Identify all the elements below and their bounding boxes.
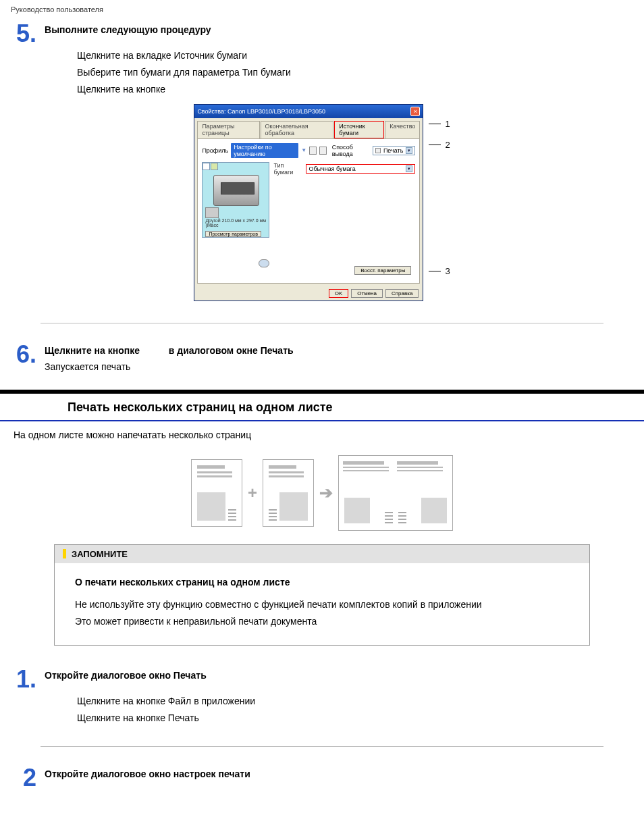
tool-icon[interactable] [259,259,269,267]
callout-3: 3 [445,266,450,276]
section-heading: Печать нескольких страниц на одном листе [0,394,644,421]
tab-paper-source[interactable]: Источник бумаги [334,121,384,138]
step-number-1: 1. [16,667,36,727]
step-6: 6. Щелкните на кнопке в диалоговом окне … [0,337,644,377]
step-number-6: 6. [16,342,36,372]
icon-b[interactable] [319,147,327,155]
step-5-line-3: Щелкните на кнопке [77,81,628,98]
step-6-desc: Запускается печать [45,356,628,372]
profile-label: Профиль [202,147,228,154]
step-1-title: Откройте диалоговое окно Печать [45,670,628,681]
help-button[interactable]: Справка [385,289,419,298]
note-subtitle: О печати нескольких страниц на одном лис… [75,574,569,596]
properties-dialog: Свойства: Canon LBP3010/LBP3018/LBP3050 … [194,104,423,301]
chevron-down-icon: ▾ [406,147,412,154]
preview-dimensions: Другой 210.0 мм x 297.0 мм (Масс [205,218,269,228]
plus-icon: + [248,484,257,502]
dropdown-arrow-icon[interactable]: ▼ [301,147,306,153]
note-accent-icon [63,549,66,558]
output-dropdown[interactable]: Печать ▾ [373,146,415,155]
cancel-button[interactable]: Отмена [351,289,383,298]
callout-1: 1 [445,119,450,129]
page-thumb-2 [263,459,314,527]
page-thumb-1 [191,459,242,527]
step-6-title-a: Щелкните на кнопке [45,345,140,356]
note-header-text: ЗАПОМНИТЕ [72,549,128,559]
callout-2: 2 [445,140,450,150]
output-label: Способ вывода [332,144,370,157]
step-6-title-b: в диалоговом окне Печать [169,345,294,356]
separator [41,746,603,747]
dialog-figure: Свойства: Canon LBP3010/LBP3018/LBP3050 … [0,104,644,309]
output-value: Печать [383,147,403,154]
restore-params-button[interactable]: Восст. параметры [354,266,411,275]
paper-type-value: Обычная бумага [308,165,355,172]
dialog-tabs: Параметры страницы Окончательная обработ… [194,118,423,138]
step-5-line-1: Щелкните на вкладке Источник бумаги [77,47,628,64]
step-number-5: 5. [16,22,36,99]
paper-type-label: Тип бумаги [273,162,302,176]
step-1-line-1: Щелкните на кнопке Файл в приложении [77,693,628,710]
note-line-1: Не используйте эту функцию совместно с ф… [75,596,569,613]
preview-params-button[interactable]: Просмотр параметров [205,231,261,237]
printer-preview: Другой 210.0 мм x 297.0 мм (Масс Просмот… [202,162,269,238]
paper-type-dropdown[interactable]: Обычная бумага ▾ [306,164,415,174]
profile-dropdown[interactable]: Настройки по умолчанию [231,143,298,158]
combined-sheet [338,455,453,531]
note-header: ЗАПОМНИТЕ [55,545,589,563]
page-header: Руководство пользователя [0,0,644,16]
step-2-title: Откройте диалоговое окно настроек печати [45,768,628,779]
icon-a[interactable] [309,147,317,155]
close-icon[interactable]: × [410,107,420,116]
step-5: 5. Выполните следующую процедуру Щелкнит… [0,16,644,104]
multipage-illustration: + ➔ [0,448,644,544]
step-5-line-2: Выберите тип бумаги для параметра Тип бу… [77,64,628,81]
step-5-title: Выполните следующую процедуру [45,24,628,35]
figure-callouts: 1 2 3 [429,104,450,276]
step-1-line-2: Щелкните на кнопке Печать [77,710,628,727]
step-number-2: 2 [16,766,36,790]
arrow-right-icon: ➔ [319,484,333,502]
chevron-down-icon: ▾ [406,165,412,172]
section-heading-wrap: Печать нескольких страниц на одном листе [0,390,644,421]
note-line-2: Это может привести к неправильной печати… [75,613,569,630]
tab-finishing[interactable]: Окончательная обработка [261,121,334,138]
separator [41,323,603,323]
ok-button[interactable]: OK [329,289,349,298]
dialog-title: Свойства: Canon LBP3010/LBP3018/LBP3050 [197,108,325,115]
printer-icon [375,148,381,153]
step-1: 1. Откройте диалоговое окно Печать Щелкн… [0,662,644,732]
printer-icon-large [213,175,259,206]
tab-quality[interactable]: Качество [385,121,420,138]
tab-page-params[interactable]: Параметры страницы [197,121,259,138]
section-intro: На одном листе можно напечатать нескольк… [0,421,644,448]
note-box: ЗАПОМНИТЕ О печати нескольких страниц на… [54,544,590,646]
step-2: 2 Откройте диалоговое окно настроек печа… [0,760,644,810]
